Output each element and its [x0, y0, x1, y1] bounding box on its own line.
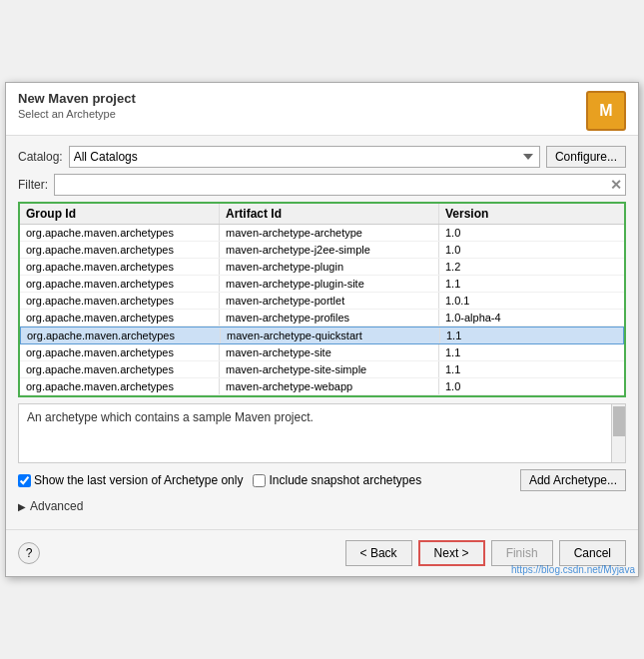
- cell-artifact-id: maven-archetype-webapp: [220, 378, 439, 394]
- cell-group-id: org.apache.maven.archetypes: [20, 225, 220, 241]
- dialog-body: Catalog: All Catalogs Internal Default L…: [6, 136, 638, 525]
- table-row[interactable]: org.apache.maven.archetypesmaven-archety…: [20, 259, 624, 276]
- filter-input[interactable]: [54, 174, 626, 196]
- cell-group-id: org.apache.maven.archetypes: [20, 310, 220, 326]
- filter-row: Filter: ✕: [18, 174, 626, 196]
- watermark-text: https://blog.csdn.net/Myjava: [511, 564, 635, 575]
- help-button[interactable]: ?: [18, 542, 40, 564]
- cell-version: 1.1: [439, 344, 624, 360]
- cell-artifact-id: maven-archetype-profiles: [220, 310, 439, 326]
- cell-group-id: org.apache.maven.archetypes: [20, 361, 220, 377]
- cell-group-id: org.apache.maven.archetypes: [20, 276, 220, 292]
- table-row[interactable]: org.apache.maven.archetypesmaven-archety…: [20, 327, 624, 344]
- cell-artifact-id: maven-archetype-site: [220, 344, 439, 360]
- include-snapshot-text: Include snapshot archetypes: [269, 473, 421, 487]
- cell-artifact-id: maven-archetype-site-simple: [220, 361, 439, 377]
- cell-artifact-id: maven-archetype-archetype: [220, 225, 439, 241]
- show-last-version-text: Show the last version of Archetype only: [34, 473, 243, 487]
- cell-version: 1.1: [439, 276, 624, 292]
- options-row: Show the last version of Archetype only …: [18, 469, 626, 491]
- col-header-group-id: Group Id: [20, 204, 220, 224]
- table-header: Group Id Artifact Id Version: [20, 204, 624, 225]
- scrollbar-thumb[interactable]: [613, 406, 625, 436]
- add-archetype-button[interactable]: Add Archetype...: [520, 469, 626, 491]
- cell-artifact-id: maven-archetype-plugin-site: [220, 276, 439, 292]
- show-last-version-label[interactable]: Show the last version of Archetype only: [18, 473, 243, 487]
- cell-group-id: org.apache.maven.archetypes: [20, 378, 220, 394]
- configure-button[interactable]: Configure...: [546, 146, 626, 168]
- cancel-button[interactable]: Cancel: [559, 540, 626, 566]
- description-box: An archetype which contains a sample Mav…: [18, 403, 626, 463]
- table-row[interactable]: org.apache.maven.archetypesmaven-archety…: [20, 225, 624, 242]
- scrollbar[interactable]: [611, 404, 625, 462]
- cell-group-id: org.apache.maven.archetypes: [20, 293, 220, 309]
- table-row[interactable]: org.apache.maven.archetypesmaven-archety…: [20, 310, 624, 327]
- description-text: An archetype which contains a sample Mav…: [27, 410, 314, 424]
- cell-version: 1.0: [439, 225, 624, 241]
- title-bar: New Maven project Select an Archetype M: [6, 83, 638, 136]
- include-snapshot-label[interactable]: Include snapshot archetypes: [253, 473, 421, 487]
- col-header-artifact-id: Artifact Id: [220, 204, 439, 224]
- col-header-version: Version: [439, 204, 624, 224]
- cell-group-id: org.apache.maven.archetypes: [20, 344, 220, 360]
- table-row[interactable]: org.apache.maven.archetypesmaven-archety…: [20, 378, 624, 395]
- cell-artifact-id: maven-archetype-plugin: [220, 259, 439, 275]
- filter-clear-icon[interactable]: ✕: [610, 178, 622, 192]
- cell-version: 1.0: [439, 242, 624, 258]
- table-row[interactable]: org.apache.maven.archetypesmaven-archety…: [20, 293, 624, 310]
- cell-group-id: org.apache.maven.archetypes: [20, 259, 220, 275]
- cell-version: 1.1: [439, 361, 624, 377]
- dialog-title: New Maven project: [18, 91, 136, 106]
- advanced-label: Advanced: [30, 499, 83, 513]
- catalog-label: Catalog:: [18, 150, 63, 164]
- catalog-select[interactable]: All Catalogs Internal Default Local Defa…: [69, 146, 540, 168]
- table-row[interactable]: org.apache.maven.archetypesmaven-archety…: [20, 276, 624, 293]
- cell-version: 1.0: [439, 378, 624, 394]
- new-maven-dialog: New Maven project Select an Archetype M …: [5, 82, 639, 577]
- cell-artifact-id: maven-archetype-quickstart: [221, 328, 440, 343]
- cell-artifact-id: maven-archetype-j2ee-simple: [220, 242, 439, 258]
- next-button[interactable]: Next >: [418, 540, 485, 566]
- table-body: org.apache.maven.archetypesmaven-archety…: [20, 225, 624, 395]
- include-snapshot-checkbox[interactable]: [253, 474, 266, 487]
- table-row[interactable]: org.apache.maven.archetypesmaven-archety…: [20, 344, 624, 361]
- dialog-subtitle: Select an Archetype: [18, 108, 136, 120]
- show-last-version-checkbox[interactable]: [18, 474, 31, 487]
- back-button[interactable]: < Back: [345, 540, 412, 566]
- cell-group-id: org.apache.maven.archetypes: [21, 328, 221, 343]
- cell-version: 1.0-alpha-4: [439, 310, 624, 326]
- filter-label: Filter:: [18, 178, 48, 192]
- advanced-triangle-icon: ▶: [18, 501, 26, 512]
- cell-version: 1.1: [440, 328, 623, 343]
- cell-group-id: org.apache.maven.archetypes: [20, 242, 220, 258]
- filter-input-wrap: ✕: [54, 174, 626, 196]
- cell-version: 1.2: [439, 259, 624, 275]
- table-row[interactable]: org.apache.maven.archetypesmaven-archety…: [20, 242, 624, 259]
- catalog-row: Catalog: All Catalogs Internal Default L…: [18, 146, 626, 168]
- finish-button[interactable]: Finish: [491, 540, 553, 566]
- archetype-table: Group Id Artifact Id Version org.apache.…: [18, 202, 626, 397]
- table-row[interactable]: org.apache.maven.archetypesmaven-archety…: [20, 361, 624, 378]
- cell-version: 1.0.1: [439, 293, 624, 309]
- cell-artifact-id: maven-archetype-portlet: [220, 293, 439, 309]
- maven-logo: M: [586, 91, 626, 131]
- advanced-row[interactable]: ▶ Advanced: [18, 497, 626, 515]
